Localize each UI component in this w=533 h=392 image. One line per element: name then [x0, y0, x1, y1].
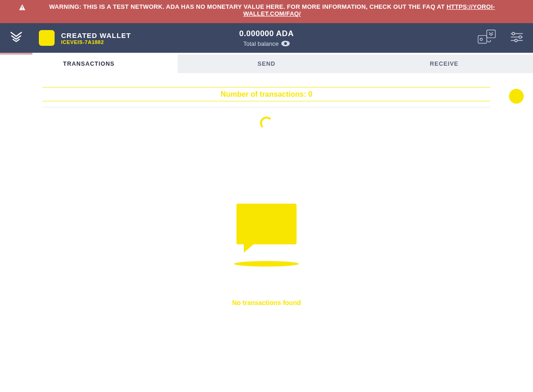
tab-send-label: SEND [258, 61, 276, 67]
svg-point-4 [480, 38, 483, 41]
speech-bubble-icon [236, 204, 297, 244]
svg-point-6 [512, 32, 515, 35]
separator-line [43, 107, 490, 107]
balance-label: Total balance [243, 40, 279, 47]
header-actions [477, 29, 524, 47]
wallet-tabs: TRANSACTIONS SEND RECEIVE [0, 55, 533, 73]
speech-bubble-tail [244, 242, 257, 253]
svg-rect-0 [22, 6, 22, 8]
transaction-count-value: 0 [308, 90, 312, 98]
wallet-name: CREATED WALLET [61, 31, 131, 39]
balance-block: 0.000000 ADA Total balance [239, 29, 294, 47]
wallet-info[interactable]: CREATED WALLET ICEVEIS-7A1882 [32, 30, 131, 46]
balance-label-row: Total balance [239, 40, 294, 47]
svg-point-8 [519, 36, 522, 38]
warning-text: WARNING: THIS IS A TEST NETWORK. ADA HAS… [30, 3, 514, 17]
logo-area[interactable] [0, 23, 32, 53]
tab-transactions[interactable]: TRANSACTIONS [0, 55, 178, 73]
svg-point-10 [514, 39, 517, 42]
testnet-warning-banner: WARNING: THIS IS A TEST NETWORK. ADA HAS… [0, 0, 533, 23]
yoroi-logo-icon [9, 30, 23, 46]
shadow-ellipse [234, 261, 299, 267]
warning-icon [19, 4, 26, 12]
eye-icon[interactable] [281, 41, 290, 46]
export-fab-button[interactable] [509, 89, 524, 104]
empty-state-illustration [227, 204, 306, 267]
transaction-count-bar: Number of transactions: 0 [43, 87, 490, 101]
exchange-icon[interactable] [477, 29, 497, 47]
content-area: Number of transactions: 0 No transaction… [0, 73, 533, 306]
tab-transactions-label: TRANSACTIONS [63, 61, 114, 67]
warning-message: WARNING: THIS IS A TEST NETWORK. ADA HAS… [49, 3, 446, 10]
wallet-avatar [39, 30, 55, 46]
tab-receive-label: RECEIVE [430, 61, 459, 67]
settings-icon[interactable] [510, 31, 524, 44]
no-transactions-message: No transactions found [0, 299, 533, 306]
svg-rect-1 [22, 9, 22, 9]
transaction-count-label: Number of transactions: [221, 90, 308, 98]
wallet-id: ICEVEIS-7A1882 [61, 39, 131, 45]
balance-amount: 0.000000 ADA [239, 29, 294, 38]
tab-send[interactable]: SEND [178, 55, 355, 73]
loading-spinner-icon [260, 117, 273, 130]
tab-receive[interactable]: RECEIVE [355, 55, 533, 73]
wallet-text-block: CREATED WALLET ICEVEIS-7A1882 [61, 31, 131, 45]
app-header: CREATED WALLET ICEVEIS-7A1882 0.000000 A… [0, 23, 533, 53]
